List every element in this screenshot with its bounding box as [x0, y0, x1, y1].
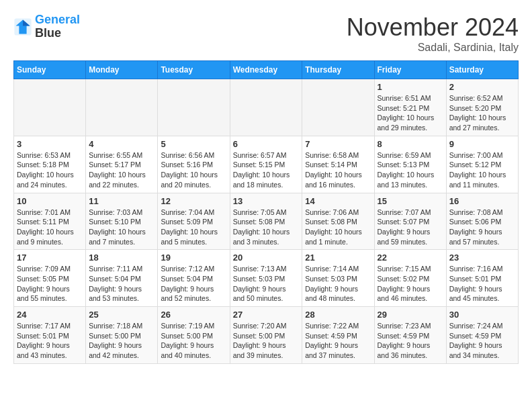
calendar-cell: 1Sunrise: 6:51 AMSunset: 5:21 PMDaylight… [374, 79, 446, 136]
calendar-cell: 11Sunrise: 7:03 AMSunset: 5:10 PMDayligh… [86, 193, 158, 250]
calendar-cell: 6Sunrise: 6:57 AMSunset: 5:15 PMDaylight… [230, 136, 302, 193]
calendar-cell: 16Sunrise: 7:08 AMSunset: 5:06 PMDayligh… [446, 193, 518, 250]
day-number: 6 [233, 139, 300, 149]
day-number: 27 [233, 310, 300, 320]
calendar-cell: 29Sunrise: 7:23 AMSunset: 4:59 PMDayligh… [374, 307, 446, 364]
day-info: Sunrise: 7:06 AMSunset: 5:08 PMDaylight:… [305, 208, 371, 247]
title-section: November 2024 Sadali, Sardinia, Italy [347, 13, 519, 54]
calendar-week-2: 3Sunrise: 6:53 AMSunset: 5:18 PMDaylight… [14, 136, 519, 193]
logo-text: General Blue [35, 13, 80, 40]
day-number: 3 [17, 139, 83, 149]
calendar-cell: 7Sunrise: 6:58 AMSunset: 5:14 PMDaylight… [302, 136, 374, 193]
day-info: Sunrise: 6:53 AMSunset: 5:18 PMDaylight:… [17, 150, 83, 190]
day-number: 16 [449, 196, 515, 206]
weekday-header-thursday: Thursday [302, 61, 374, 79]
calendar-week-3: 10Sunrise: 7:01 AMSunset: 5:11 PMDayligh… [14, 193, 519, 250]
calendar-cell: 23Sunrise: 7:16 AMSunset: 5:01 PMDayligh… [446, 250, 518, 307]
day-info: Sunrise: 7:08 AMSunset: 5:06 PMDaylight:… [449, 208, 515, 247]
day-number: 8 [378, 139, 443, 149]
day-number: 4 [89, 139, 154, 149]
day-info: Sunrise: 7:20 AMSunset: 5:00 PMDaylight:… [233, 321, 300, 361]
weekday-header-friday: Friday [374, 61, 446, 79]
day-info: Sunrise: 7:16 AMSunset: 5:01 PMDaylight:… [449, 264, 515, 304]
day-number: 15 [378, 196, 443, 206]
day-number: 20 [233, 253, 300, 263]
day-info: Sunrise: 6:51 AMSunset: 5:21 PMDaylight:… [378, 93, 443, 133]
calendar-cell: 4Sunrise: 6:55 AMSunset: 5:17 PMDaylight… [86, 136, 158, 193]
day-number: 13 [233, 196, 300, 206]
weekday-header-monday: Monday [86, 61, 158, 79]
day-number: 1 [378, 82, 443, 92]
logo-icon [13, 17, 32, 36]
day-info: Sunrise: 7:14 AMSunset: 5:03 PMDaylight:… [305, 264, 371, 304]
day-number: 18 [89, 253, 154, 263]
weekday-header-tuesday: Tuesday [158, 61, 230, 79]
day-number: 24 [17, 310, 83, 320]
day-info: Sunrise: 7:22 AMSunset: 4:59 PMDaylight:… [305, 321, 371, 361]
day-number: 19 [161, 253, 226, 263]
calendar-cell: 8Sunrise: 6:59 AMSunset: 5:13 PMDaylight… [374, 136, 446, 193]
day-number: 7 [305, 139, 371, 149]
day-info: Sunrise: 6:58 AMSunset: 5:14 PMDaylight:… [305, 150, 371, 190]
calendar-cell: 28Sunrise: 7:22 AMSunset: 4:59 PMDayligh… [302, 307, 374, 364]
calendar-cell: 20Sunrise: 7:13 AMSunset: 5:03 PMDayligh… [230, 250, 302, 307]
logo: General Blue [13, 13, 80, 40]
day-info: Sunrise: 6:56 AMSunset: 5:16 PMDaylight:… [161, 150, 226, 190]
day-number: 21 [305, 253, 371, 263]
day-info: Sunrise: 6:52 AMSunset: 5:20 PMDaylight:… [449, 93, 515, 133]
day-info: Sunrise: 7:05 AMSunset: 5:08 PMDaylight:… [233, 208, 300, 247]
calendar-cell: 25Sunrise: 7:18 AMSunset: 5:00 PMDayligh… [86, 307, 158, 364]
day-info: Sunrise: 7:13 AMSunset: 5:03 PMDaylight:… [233, 264, 300, 304]
location: Sadali, Sardinia, Italy [347, 42, 519, 54]
day-number: 17 [17, 253, 83, 263]
calendar-cell [302, 79, 374, 136]
day-number: 26 [161, 310, 226, 320]
weekday-header-wednesday: Wednesday [230, 61, 302, 79]
calendar-cell [158, 79, 230, 136]
day-info: Sunrise: 7:23 AMSunset: 4:59 PMDaylight:… [378, 321, 443, 361]
day-info: Sunrise: 6:55 AMSunset: 5:17 PMDaylight:… [89, 150, 154, 190]
day-info: Sunrise: 7:15 AMSunset: 5:02 PMDaylight:… [378, 264, 443, 304]
day-info: Sunrise: 7:17 AMSunset: 5:01 PMDaylight:… [17, 321, 83, 361]
calendar-cell: 14Sunrise: 7:06 AMSunset: 5:08 PMDayligh… [302, 193, 374, 250]
calendar-cell: 21Sunrise: 7:14 AMSunset: 5:03 PMDayligh… [302, 250, 374, 307]
calendar-cell: 15Sunrise: 7:07 AMSunset: 5:07 PMDayligh… [374, 193, 446, 250]
day-number: 22 [378, 253, 443, 263]
day-info: Sunrise: 7:04 AMSunset: 5:09 PMDaylight:… [161, 208, 226, 247]
weekday-header-sunday: Sunday [14, 61, 86, 79]
calendar-cell: 19Sunrise: 7:12 AMSunset: 5:04 PMDayligh… [158, 250, 230, 307]
calendar-week-4: 17Sunrise: 7:09 AMSunset: 5:05 PMDayligh… [14, 250, 519, 307]
calendar-cell: 10Sunrise: 7:01 AMSunset: 5:11 PMDayligh… [14, 193, 86, 250]
weekday-header-saturday: Saturday [446, 61, 518, 79]
calendar-table: SundayMondayTuesdayWednesdayThursdayFrid… [13, 60, 519, 364]
day-number: 28 [305, 310, 371, 320]
day-number: 29 [378, 310, 443, 320]
day-info: Sunrise: 7:11 AMSunset: 5:04 PMDaylight:… [89, 264, 154, 304]
day-info: Sunrise: 6:59 AMSunset: 5:13 PMDaylight:… [378, 150, 443, 190]
day-number: 2 [449, 82, 515, 92]
day-number: 23 [449, 253, 515, 263]
day-number: 10 [17, 196, 83, 206]
day-number: 11 [89, 196, 154, 206]
day-info: Sunrise: 6:57 AMSunset: 5:15 PMDaylight:… [233, 150, 300, 190]
calendar-cell: 2Sunrise: 6:52 AMSunset: 5:20 PMDaylight… [446, 79, 518, 136]
calendar-cell: 9Sunrise: 7:00 AMSunset: 5:12 PMDaylight… [446, 136, 518, 193]
day-info: Sunrise: 7:09 AMSunset: 5:05 PMDaylight:… [17, 264, 83, 304]
calendar-cell: 22Sunrise: 7:15 AMSunset: 5:02 PMDayligh… [374, 250, 446, 307]
day-info: Sunrise: 7:24 AMSunset: 4:59 PMDaylight:… [449, 321, 515, 361]
calendar-cell [86, 79, 158, 136]
calendar-cell: 26Sunrise: 7:19 AMSunset: 5:00 PMDayligh… [158, 307, 230, 364]
calendar-cell: 17Sunrise: 7:09 AMSunset: 5:05 PMDayligh… [14, 250, 86, 307]
day-number: 5 [161, 139, 226, 149]
calendar-cell: 13Sunrise: 7:05 AMSunset: 5:08 PMDayligh… [230, 193, 302, 250]
day-info: Sunrise: 7:03 AMSunset: 5:10 PMDaylight:… [89, 208, 154, 247]
day-info: Sunrise: 7:07 AMSunset: 5:07 PMDaylight:… [378, 208, 443, 247]
calendar-cell: 24Sunrise: 7:17 AMSunset: 5:01 PMDayligh… [14, 307, 86, 364]
calendar-week-1: 1Sunrise: 6:51 AMSunset: 5:21 PMDaylight… [14, 79, 519, 136]
calendar-cell: 18Sunrise: 7:11 AMSunset: 5:04 PMDayligh… [86, 250, 158, 307]
calendar-cell: 3Sunrise: 6:53 AMSunset: 5:18 PMDaylight… [14, 136, 86, 193]
calendar-cell: 5Sunrise: 6:56 AMSunset: 5:16 PMDaylight… [158, 136, 230, 193]
day-number: 12 [161, 196, 226, 206]
calendar-cell [230, 79, 302, 136]
weekday-header-row: SundayMondayTuesdayWednesdayThursdayFrid… [14, 61, 519, 79]
